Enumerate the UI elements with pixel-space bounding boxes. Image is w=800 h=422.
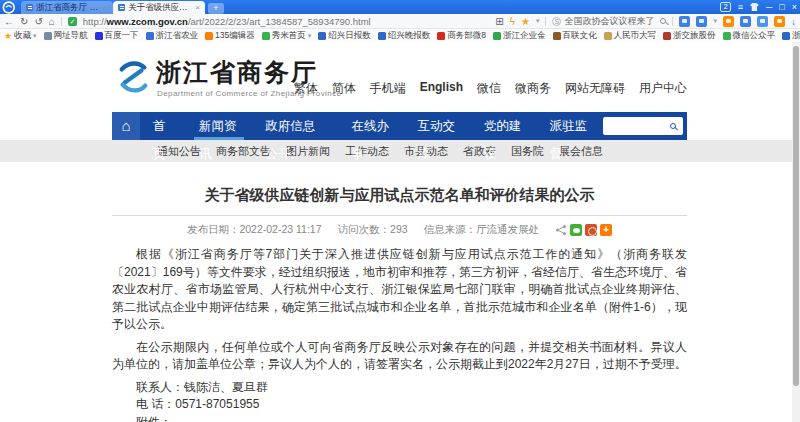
flame-icon[interactable] [723, 16, 734, 27]
bookmark-item[interactable]: 浙江企业金 [493, 30, 546, 42]
search-icon[interactable] [660, 18, 666, 24]
close-window-button[interactable]: × [792, 1, 797, 13]
divider [545, 17, 546, 26]
subnav-exhibitions[interactable]: 展会信息 [559, 140, 603, 162]
link-traditional[interactable]: 繁体 [294, 80, 318, 97]
link-mobile[interactable]: 手机端 [370, 80, 406, 97]
nav-item-interaction[interactable]: 互动交流 [405, 112, 471, 140]
window-controls: 2 ≡ ─ □ × [720, 1, 797, 13]
favicon-icon [318, 32, 326, 40]
visit-count: 访问次数：293 [338, 223, 408, 237]
maximize-button[interactable]: □ [779, 1, 784, 13]
bookmark-item[interactable]: 135编辑器 [205, 30, 255, 42]
link-micro-commerce[interactable]: 微商务 [515, 80, 551, 97]
bookmark-item[interactable]: 浙江省地方 [782, 30, 800, 42]
nav-item-online-services[interactable]: 在线办事 [338, 112, 404, 140]
back-icon[interactable]: ← [4, 15, 14, 28]
scrollbar-thumb[interactable] [793, 46, 799, 386]
close-tab-icon[interactable]: × [103, 3, 108, 12]
link-english[interactable]: English [420, 80, 463, 97]
sub-nav: 通知公告 商务部文告 图片新闻 工作动态 市县动态 省政府 国务院 展会信息 [0, 140, 800, 162]
attachment-label: 附件： [112, 414, 687, 422]
messages-icon[interactable] [774, 16, 785, 27]
tab-title: 关于省级供应链创新与… [128, 2, 192, 14]
download-icon[interactable]: ↓ [791, 16, 796, 27]
screenshot-icon[interactable] [696, 16, 707, 27]
favicon-icon [44, 32, 52, 40]
bookmark-item[interactable]: 人民币大写 [604, 30, 657, 42]
bookmarks-bar: ★收藏▾ 网址导航 百度一下 浙江省农业 135编辑器 秀米首页▾ 绍兴日报数 … [0, 29, 800, 42]
bookmark-star-icon[interactable]: ★ [521, 15, 530, 28]
nav-item-party-building[interactable]: 党的建设 [471, 112, 537, 140]
browser-tab-active[interactable]: 关于省级供应链创新与… × [113, 1, 205, 14]
share-icon[interactable] [555, 224, 567, 236]
hot-search[interactable]: S 全国政协会议议程来了 [552, 15, 654, 28]
browser-window: 浙江省商务厅 通知公告 × 关于省级供应链创新与… × + 2 ≡ ─ □ × … [0, 0, 800, 422]
link-accessibility[interactable]: 网站无障碍 [565, 80, 625, 97]
menu-icon[interactable]: ≡ [738, 1, 743, 13]
undo-icon[interactable]: ↺ [34, 15, 42, 28]
favicon-icon [493, 32, 501, 40]
refresh-icon[interactable]: ↻ [20, 15, 28, 28]
phone-line: 电 话：0571-87051955 [112, 396, 687, 414]
site-search-box[interactable] [603, 117, 683, 135]
browser-tab-inactive[interactable]: 浙江省商务厅 通知公告 × [21, 1, 113, 14]
favicon-icon [95, 32, 103, 40]
close-tab-icon[interactable]: × [195, 3, 200, 12]
bookmark-item[interactable]: 秀米首页▾ [262, 30, 312, 42]
favicon-icon [378, 32, 386, 40]
bookmark-item[interactable]: 绍兴日报数 [318, 30, 371, 42]
nav-home-icon[interactable]: ⌂ [112, 112, 140, 140]
site-search-input[interactable] [603, 119, 670, 133]
subnav-state-council[interactable]: 国务院 [511, 140, 544, 162]
site-search-icon[interactable] [670, 123, 676, 129]
scrollbar-track[interactable] [792, 42, 800, 422]
new-tab-button[interactable]: + [208, 3, 224, 14]
nav-item-home[interactable]: 首页 [140, 112, 186, 140]
tab-bar: 浙江省商务厅 通知公告 × 关于省级供应链创新与… × + 2 ≡ ─ □ × [0, 0, 800, 14]
hot-search-text: 全国政协会议议程来了 [564, 15, 654, 28]
chevron-down-icon[interactable]: ▾ [713, 17, 717, 25]
weibo-share-icon[interactable] [585, 224, 597, 236]
favorites-folder-icon[interactable] [757, 16, 768, 27]
bookmark-item[interactable]: 商务部微8 [437, 30, 486, 42]
accelerator-bolt-icon[interactable]: ϟ [510, 15, 515, 28]
favicon-icon [723, 32, 731, 40]
home-icon[interactable]: ⌂ [49, 15, 55, 28]
browser-chrome: 浙江省商务厅 通知公告 × 关于省级供应链创新与… × + 2 ≡ ─ □ × … [0, 0, 800, 42]
subnav-mofcom-docs[interactable]: 商务部文告 [216, 140, 271, 162]
minimize-button[interactable]: ─ [766, 1, 772, 13]
bookmark-item[interactable]: 浙江省农业 [146, 30, 199, 42]
wechat-share-icon[interactable] [570, 224, 582, 236]
bookmark-item[interactable]: 微信公众平 [723, 30, 776, 42]
bookmark-item[interactable]: 百联文化 [553, 30, 597, 42]
theme-icon[interactable] [750, 3, 759, 11]
address-toolbar: ← ↻ ↺ ⌂ ✓ http://www.zcom.gov.cn/art/202… [0, 14, 800, 29]
bookmark-item[interactable]: 绍兴晚报数 [378, 30, 431, 42]
tab-count-badge[interactable]: 2 [720, 2, 730, 12]
page-viewport: 浙江省商务厅 Department of Commerce of Zhejian… [0, 42, 800, 422]
divider [112, 215, 687, 216]
browser-logo-icon[interactable] [2, 1, 17, 14]
site-safety-icon[interactable]: ✓ [68, 17, 77, 26]
apps-icon[interactable] [740, 16, 751, 27]
nav-item-news[interactable]: 新闻资讯 [186, 112, 252, 140]
nav-item-gov-info[interactable]: 政府信息公开 [252, 112, 338, 140]
divider [672, 17, 673, 26]
more-share-icon[interactable] [600, 224, 612, 236]
link-wechat[interactable]: 微信 [477, 80, 501, 97]
chevron-down-icon[interactable]: ▾ [536, 17, 540, 25]
subnav-photo-news[interactable]: 图片新闻 [286, 140, 330, 162]
url-bar[interactable]: http://www.zcom.gov.cn/art/2022/2/23/art… [83, 16, 489, 27]
link-simplified[interactable]: 简体 [332, 80, 356, 97]
bookmark-item[interactable]: 百度一下 [95, 30, 139, 42]
bookmark-item[interactable]: 浙交旅股份 [663, 30, 716, 42]
link-user-center[interactable]: 用户中心 [639, 80, 687, 97]
favicon-icon [553, 32, 561, 40]
bookmark-item[interactable]: 网址导航 [44, 30, 88, 42]
account-login-icon[interactable] [679, 16, 690, 27]
bookmark-favorites[interactable]: ★收藏▾ [4, 30, 37, 42]
extensions-grid-icon[interactable]: ⊞ [495, 15, 503, 28]
nav-item-supervision[interactable]: 派驻监督 [537, 112, 603, 140]
article-title: 关于省级供应链创新与应用试点示范名单和评价结果的公示 [112, 186, 687, 205]
